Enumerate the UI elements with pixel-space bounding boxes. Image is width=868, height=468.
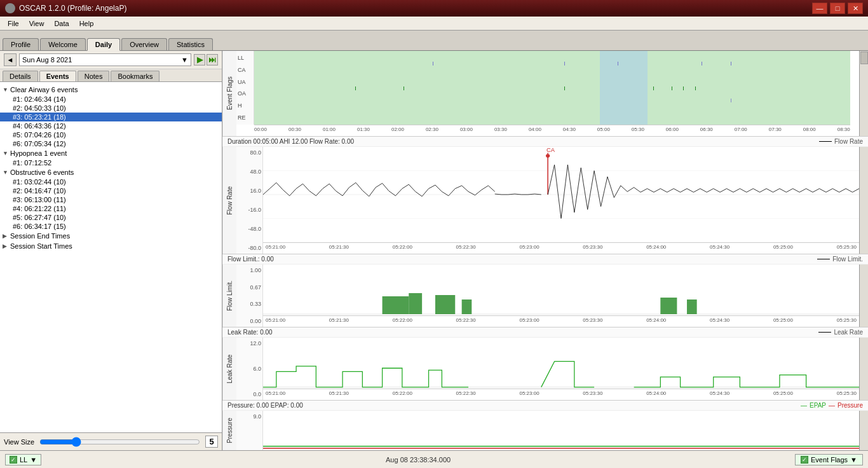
event-flags-chart: Event Flags LL CA UA OA H RE <box>222 51 868 137</box>
date-forward-button[interactable]: ▶ <box>194 54 205 65</box>
obstructive-event-6[interactable]: #6: 06:34:17 (15) <box>0 222 222 231</box>
tab-bookmarks[interactable]: Bookmarks <box>111 71 159 81</box>
clear-airway-event-5[interactable]: #5: 07:04:26 (10) <box>0 130 222 139</box>
leak-rate-legend-line <box>818 332 831 333</box>
session-end-group[interactable]: ▶ Session End Times <box>0 231 222 241</box>
tab-profile[interactable]: Profile <box>3 38 39 50</box>
title-bar: OSCAR 1.2.0 (Profile: AngelaP) — □ ✕ <box>0 0 868 17</box>
fl-x-2300: 05:23:00 <box>519 317 539 326</box>
obstructive-event-2[interactable]: #2: 04:16:47 (10) <box>0 186 222 195</box>
pr-y-9: 9.0 <box>238 413 261 420</box>
clear-airway-group[interactable]: ▼ Clear Airway 6 events <box>0 85 222 95</box>
flow-rate-plot: CA 05:21:00 05:21:30 05:22:00 05:22:30 0… <box>263 147 859 254</box>
event-flags-label: Event Flags <box>811 456 848 464</box>
lr-x-2230: 05:22:30 <box>456 390 476 399</box>
session-start-group[interactable]: ▶ Session Start Times <box>0 241 222 251</box>
lr-y-12: 12.0 <box>238 340 261 347</box>
ef-x-04-30: 04:30 <box>563 127 576 135</box>
flow-limit-header: Flow Limit.: 0.00 Flow Limit. <box>222 254 868 265</box>
flow-limit-legend: Flow Limit. <box>817 256 863 263</box>
event-flags-dropdown[interactable]: ✓ Event Flags ▼ <box>795 454 863 465</box>
clear-airway-event-1[interactable]: #1: 02:46:34 (14) <box>0 95 222 104</box>
pressure-legend-marker: — <box>829 402 835 409</box>
ef-x-02-00: 02:00 <box>391 127 404 135</box>
flow-rate-legend-line <box>819 141 832 142</box>
view-size-slider[interactable] <box>39 437 200 447</box>
menu-data[interactable]: Data <box>49 18 74 29</box>
ll-checkbox: ✓ <box>10 456 17 464</box>
app-icon <box>5 3 15 13</box>
menu-view[interactable]: View <box>24 18 50 29</box>
ef-x-00-30: 00:30 <box>288 127 301 135</box>
obstructive-event-1[interactable]: #1: 03:02:44 (10) <box>0 177 222 186</box>
menu-file[interactable]: File <box>3 18 24 29</box>
ef-x-08-30: 08:30 <box>837 127 850 135</box>
ef-row-oa: OA <box>238 90 252 97</box>
menu-help[interactable]: Help <box>74 18 99 29</box>
hypopnea-group[interactable]: ▼ Hypopnea 1 event <box>0 148 222 158</box>
svg-rect-9 <box>435 295 455 314</box>
flow-rate-info: Duration 00:05:00 AHI 12.00 Flow Rate: 0… <box>227 138 354 145</box>
clear-airway-event-3[interactable]: #3: 05:23:21 (18) <box>0 113 222 121</box>
flow-rate-chart: Duration 00:05:00 AHI 12.00 Flow Rate: 0… <box>222 137 868 254</box>
tab-welcome[interactable]: Welcome <box>40 38 86 50</box>
tab-events[interactable]: Events <box>39 71 76 81</box>
fr-y-80: 80.0 <box>238 149 261 156</box>
tab-daily[interactable]: Daily <box>87 38 120 51</box>
obstructive-event-5[interactable]: #5: 06:27:47 (10) <box>0 213 222 222</box>
minimize-button[interactable]: — <box>812 3 827 14</box>
clear-airway-event-2[interactable]: #2: 04:50:33 (10) <box>0 104 222 113</box>
event-flags-dropdown-arrow: ▼ <box>850 456 857 464</box>
obstructive-event-3[interactable]: #3: 06:13:00 (11) <box>0 195 222 204</box>
tab-statistics[interactable]: Statistics <box>168 38 213 50</box>
ef-row-ua: UA <box>238 79 252 85</box>
expand-icon-3: ▼ <box>3 169 9 176</box>
tab-details[interactable]: Details <box>3 71 38 81</box>
ef-x-07-00: 07:00 <box>735 127 747 135</box>
right-panel: Event Flags LL CA UA OA H RE <box>222 51 868 450</box>
epap-legend-marker: — <box>801 402 807 409</box>
tab-overview[interactable]: Overview <box>121 38 167 50</box>
fr-y-n48: -48.0 <box>238 226 261 232</box>
tab-notes[interactable]: Notes <box>78 71 110 81</box>
fl-x-2100: 05:21:00 <box>266 317 285 326</box>
expand-icon: ▼ <box>3 86 9 93</box>
flow-limit-ylabel: Flow Limit. <box>222 265 236 327</box>
view-size-label: View Size <box>4 438 34 446</box>
session-end-label: Session End Times <box>10 232 70 240</box>
obstructive-group[interactable]: ▼ Obstructive 6 events <box>0 167 222 177</box>
event-flags-checkbox: ✓ <box>801 456 808 464</box>
clear-airway-event-4[interactable]: #4: 06:43:36 (12) <box>0 121 222 130</box>
close-button[interactable]: ✕ <box>848 3 863 14</box>
ef-x-03-00: 03:00 <box>460 127 473 135</box>
ef-x-05-00: 05:00 <box>597 127 610 135</box>
hypopnea-event-1[interactable]: #1: 07:12:52 <box>0 158 222 167</box>
ef-x-07-30: 07:30 <box>769 127 782 135</box>
ef-x-04-00: 04:00 <box>529 127 541 135</box>
ef-x-02-30: 02:30 <box>426 127 438 135</box>
status-bar: ✓ LL ▼ Aug 08 23:38:34.000 ✓ Event Flags… <box>0 450 868 468</box>
date-dropdown[interactable]: Sun Aug 8 2021 ▼ <box>19 53 191 66</box>
pressure-ylabel: Pressure <box>222 411 236 450</box>
lr-x-2100: 05:21:00 <box>266 390 285 399</box>
leak-rate-legend: Leak Rate <box>818 329 863 336</box>
flow-limit-chart: Flow Limit.: 0.00 Flow Limit. Flow Limit… <box>222 254 868 327</box>
maximize-button[interactable]: □ <box>830 3 845 14</box>
view-size-value: 5 <box>205 436 218 448</box>
date-last-button[interactable]: ⏭ <box>207 54 218 65</box>
obstructive-event-4[interactable]: #4: 06:21:22 (11) <box>0 204 222 213</box>
ef-row-ll: LL <box>238 55 252 61</box>
lr-x-2500: 05:25:00 <box>773 390 793 399</box>
window-title: OSCAR 1.2.0 (Profile: AngelaP) <box>19 4 126 13</box>
fr-x-2500: 05:25:00 <box>773 244 793 252</box>
svg-rect-8 <box>409 293 422 314</box>
fr-x-2100: 05:21:00 <box>266 244 285 252</box>
ll-dropdown[interactable]: ✓ LL ▼ <box>5 454 41 465</box>
fl-y-033: 0.33 <box>238 301 261 307</box>
lr-x-2130: 05:21:30 <box>329 390 349 399</box>
fl-y-000: 0.00 <box>238 318 261 324</box>
clear-airway-event-6[interactable]: #6: 07:05:34 (12) <box>0 139 222 148</box>
expand-icon-4: ▶ <box>3 233 9 239</box>
fr-x-2200: 05:22:00 <box>393 244 412 252</box>
nav-back-button[interactable]: ◄ <box>4 53 17 66</box>
